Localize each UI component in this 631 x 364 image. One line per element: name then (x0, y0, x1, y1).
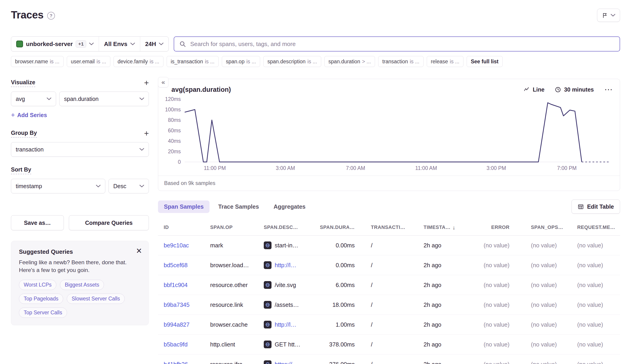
group-by-select[interactable]: transaction (11, 142, 149, 157)
samples-tabs: Span SamplesTrace SamplesAggregates (158, 200, 311, 213)
timestamp-value[interactable]: 2h ago (424, 361, 441, 364)
filter-op-label: is ... (410, 58, 419, 65)
timestamp-value[interactable]: 2h ago (424, 322, 441, 328)
search-icon (179, 40, 186, 48)
column-header[interactable]: SPAN.OP (210, 224, 264, 230)
compare-queries-button[interactable]: Compare Queries (69, 215, 149, 230)
table-row[interactable]: be9c10acmarkstart-in…0.00ms/2h ago(no va… (158, 236, 620, 255)
quick-filter-chip[interactable]: is_transactionis ... (167, 56, 219, 67)
suggested-query-chip[interactable]: Top Pageloads (19, 294, 63, 304)
quick-filter-chip[interactable]: span.descriptionis ... (263, 56, 321, 67)
column-header[interactable]: SPAN.DESC… (264, 224, 316, 230)
table-icon (578, 204, 584, 210)
table-row[interactable]: b5bac9fdhttp.clientGET htt…378.00ms/2h a… (158, 334, 620, 354)
span-description-text[interactable]: https://… (275, 361, 298, 364)
x-tick-label: 7:00 AM (346, 165, 365, 171)
environment-select[interactable]: All Envs (99, 37, 140, 51)
sort-direction-value: Desc (113, 183, 126, 190)
table-row[interactable]: bbf1c904resource.other/vite.svg6.00ms/2h… (158, 275, 620, 295)
quick-filter-chip[interactable]: device.familyis ... (114, 56, 163, 67)
suggested-query-chip[interactable]: Worst LCPs (19, 280, 56, 290)
add-series-button[interactable]: + Add Series (11, 111, 47, 119)
column-header[interactable]: REQUEST.ME… (577, 224, 620, 230)
aggregate-select[interactable]: avg (11, 92, 56, 106)
search-input[interactable] (190, 40, 614, 48)
span-id-link[interactable]: bd5cef68 (164, 262, 210, 268)
tab-aggregates[interactable]: Aggregates (268, 200, 311, 213)
chevron-down-icon (611, 14, 615, 17)
visualize-field-value: span.duration (64, 96, 99, 102)
span-id-link[interactable]: bbf1c904 (164, 282, 210, 288)
span-id-link[interactable]: b994a827 (164, 322, 210, 328)
table-row[interactable]: b994a827browser.cachehttp://l…1.00ms/2h … (158, 315, 620, 334)
table-row[interactable]: b41bfb26resource.ifra…https://…276.00ms/… (158, 354, 620, 364)
table-row[interactable]: b9ba7345resource.link/assets…18.00ms/2h … (158, 295, 620, 315)
tab-trace-samples[interactable]: Trace Samples (212, 200, 265, 213)
interval-label: 30 minutes (564, 86, 594, 93)
quick-filter-chip[interactable]: browser.nameis ... (11, 56, 64, 67)
span-description-text[interactable]: http://l… (275, 322, 296, 328)
chart-overflow-menu[interactable]: ⋯ (604, 86, 613, 94)
span-op-cell: resource.ifra… (210, 361, 264, 364)
project-platform-icon (264, 281, 271, 289)
chart-type-button[interactable]: Line (524, 86, 544, 93)
save-as-button[interactable]: Save as… (11, 215, 64, 230)
visualize-field-select[interactable]: span.duration (59, 92, 149, 106)
add-visualize-button[interactable]: + (144, 79, 149, 87)
timestamp-value[interactable]: 2h ago (424, 242, 441, 249)
filter-field-label: transaction (382, 58, 408, 65)
timestamp-value[interactable]: 2h ago (424, 302, 441, 308)
collapse-sidebar-button[interactable]: « (158, 77, 168, 88)
chart-plot: 11:00 PM3:00 AM7:00 AM11:00 AM3:00 PM7:0… (185, 96, 610, 176)
timestamp-value[interactable]: 2h ago (424, 282, 441, 288)
help-icon[interactable]: ? (47, 12, 55, 20)
project-platform-icon (264, 261, 271, 269)
quick-filter-chip[interactable]: span.duration> ... (325, 56, 375, 67)
search-bar[interactable] (174, 36, 620, 52)
span-op-cell: resource.other (210, 282, 264, 288)
quick-filter-chip[interactable]: span.opis ... (222, 56, 260, 67)
sort-by-header: Sort By (11, 166, 149, 174)
column-header[interactable]: TIMESTA…↓ (424, 224, 476, 231)
globe-icon (265, 302, 270, 307)
span-id-link[interactable]: b41bfb26 (164, 361, 210, 364)
tab-span-samples[interactable]: Span Samples (158, 200, 209, 213)
timestamp-value[interactable]: 2h ago (424, 341, 441, 348)
close-icon[interactable]: × (136, 246, 142, 256)
column-header[interactable]: SPAN_OPS… (531, 224, 577, 230)
span-id-link[interactable]: b5bac9fd (164, 341, 210, 348)
date-range-select[interactable]: 24H (140, 37, 169, 51)
interval-button[interactable]: 30 minutes (555, 86, 594, 93)
project-select[interactable]: unborked-server +1 (11, 37, 99, 51)
edit-table-button[interactable]: Edit Table (571, 200, 620, 214)
timestamp-value[interactable]: 2h ago (424, 262, 441, 268)
span-id-link[interactable]: be9c10ac (164, 242, 210, 249)
span-description-text[interactable]: http://l… (275, 262, 296, 268)
suggested-query-chip[interactable]: Top Server Calls (19, 308, 67, 318)
column-header[interactable]: TRANSACTI… (371, 224, 424, 230)
suggested-queries-body: Feeling like a newb? Been there, done th… (19, 258, 141, 274)
span-id-link[interactable]: b9ba7345 (164, 302, 210, 308)
project-platform-icon (264, 242, 271, 249)
quick-filter-chip[interactable]: user.emailis ... (67, 56, 110, 67)
quick-filter-chip[interactable]: transactionis ... (378, 56, 424, 67)
sort-direction-select[interactable]: Desc (109, 179, 149, 194)
table-row[interactable]: bd5cef68browser.load…http://l…0.00ms/2h … (158, 255, 620, 275)
span-op-cell: http.client (210, 341, 264, 348)
date-range-value: 24H (145, 40, 156, 48)
quick-filter-chip[interactable]: releaseis ... (427, 56, 464, 67)
see-full-list-button[interactable]: See full list (467, 56, 502, 67)
page-filter-bar: unborked-server +1 All Envs 24H (11, 36, 169, 52)
suggested-query-chip[interactable]: Biggest Assets (60, 280, 104, 290)
span-ops-cell: (no value) (531, 242, 577, 249)
y-tick-label: 0 (178, 158, 181, 165)
add-group-by-button[interactable]: + (144, 130, 149, 138)
project-platform-icon (264, 360, 271, 364)
column-header[interactable]: ID (164, 224, 210, 230)
feedback-button[interactable] (597, 9, 620, 22)
column-header[interactable]: ERROR (476, 224, 531, 230)
y-tick-label: 40ms (168, 138, 181, 144)
column-header[interactable]: SPAN.DURA… (316, 224, 371, 230)
sort-field-select[interactable]: timestamp (11, 179, 105, 194)
suggested-query-chip[interactable]: Slowest Server Calls (67, 294, 125, 304)
